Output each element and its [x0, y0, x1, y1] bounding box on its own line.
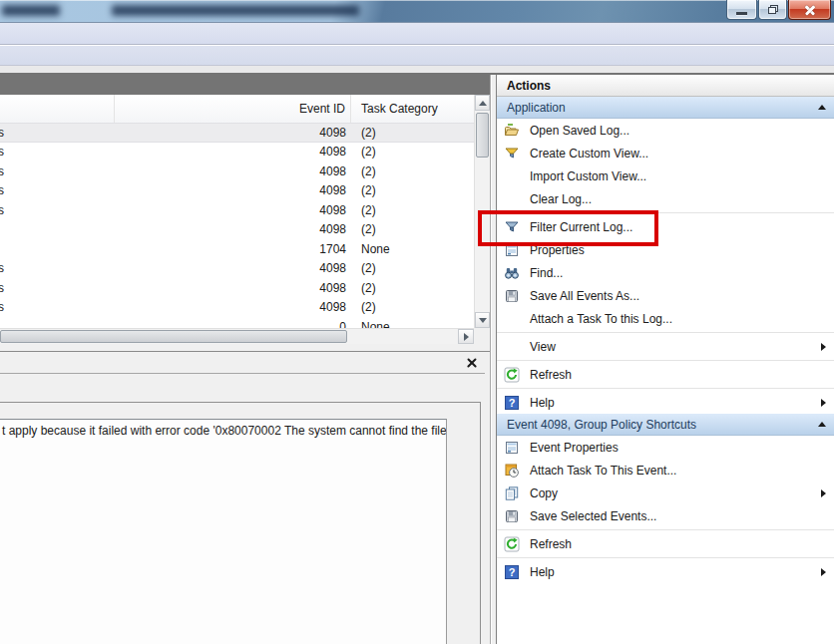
arrow-down-icon — [479, 318, 487, 323]
table-row[interactable]: s4098(2) — [0, 143, 474, 162]
action-item-view[interactable]: View — [497, 335, 834, 358]
submenu-arrow-icon — [821, 343, 826, 351]
column-header-label: Task Category — [361, 102, 438, 116]
empty-icon-slot — [504, 311, 520, 327]
minimize-icon — [736, 12, 747, 15]
horizontal-scrollbar[interactable] — [0, 328, 474, 344]
action-item-save-all-events-as[interactable]: Save All Events As... — [497, 284, 834, 307]
scroll-right-button[interactable] — [458, 329, 474, 344]
cell-event-id: 4098 — [115, 164, 351, 178]
column-header-blank[interactable] — [0, 95, 115, 123]
cell-task-category: (2) — [351, 281, 474, 295]
action-group-header-application[interactable]: Application — [497, 97, 834, 119]
action-item-create-custom-view[interactable]: Create Custom View... — [497, 142, 834, 164]
event-list-rows: s4098(2)s4098(2)s4098(2)s4098(2)s4098(2)… — [0, 123, 474, 328]
action-group-header-event[interactable]: Event 4098, Group Policy Shortcuts — [497, 414, 834, 436]
action-item-refresh[interactable]: Refresh — [497, 532, 834, 555]
action-item-clear-log[interactable]: Clear Log... — [497, 187, 834, 210]
title-bar — [0, 0, 834, 22]
action-item-label: Help — [530, 396, 555, 410]
minimize-button[interactable] — [726, 0, 757, 20]
cell-task-category: (2) — [351, 145, 474, 159]
collapse-icon — [818, 105, 826, 110]
action-item-refresh[interactable]: Refresh — [497, 363, 834, 386]
table-row[interactable]: s4098(2) — [0, 278, 474, 298]
actions-body: ApplicationOpen Saved Log...Create Custo… — [497, 97, 834, 583]
task-clock-icon — [504, 463, 520, 479]
svg-text:?: ? — [509, 566, 516, 578]
table-row[interactable]: 4098(2) — [0, 220, 474, 240]
table-row[interactable]: s4098(2) — [0, 298, 474, 318]
action-item-label: Copy — [530, 486, 558, 500]
cell-task-category: (2) — [351, 300, 474, 314]
separator — [497, 386, 834, 391]
action-item-import-custom-view[interactable]: Import Custom View... — [497, 164, 834, 187]
action-item-label: Open Saved Log... — [530, 124, 629, 138]
scroll-up-button[interactable] — [475, 95, 490, 111]
action-item-label: Event Properties — [530, 441, 619, 455]
separator — [497, 527, 834, 532]
column-header-task-category[interactable]: Task Category — [351, 95, 474, 123]
cell-event-id: 4098 — [115, 126, 351, 140]
column-header-event-id[interactable]: Event ID — [115, 95, 351, 123]
action-item-find[interactable]: Find... — [497, 261, 834, 284]
table-row[interactable]: 1704None — [0, 239, 474, 259]
cell-source-fragment: s — [0, 145, 115, 159]
cell-event-id: 4098 — [115, 145, 351, 159]
divider — [0, 373, 485, 374]
cell-task-category: (2) — [351, 183, 474, 197]
blurred-title-text — [112, 5, 359, 16]
horizontal-scroll-thumb[interactable] — [0, 330, 347, 343]
table-row[interactable]: s4098(2) — [0, 181, 474, 201]
event-message-text: t apply because it failed with error cod… — [2, 424, 447, 438]
action-item-open-saved-log[interactable]: Open Saved Log... — [497, 119, 834, 142]
cell-event-id: 4098 — [115, 281, 351, 295]
floppy-icon — [504, 508, 520, 524]
cell-source-fragment: s — [0, 126, 115, 140]
action-item-label: Save Selected Events... — [530, 509, 656, 523]
action-item-attach-task-to-this-event[interactable]: Attach Task To This Event... — [497, 459, 834, 482]
action-item-label: Filter Current Log... — [530, 220, 632, 234]
cell-source-fragment: s — [0, 164, 115, 178]
action-item-help[interactable]: ?Help — [497, 391, 834, 414]
table-row[interactable]: s4098(2) — [0, 123, 474, 143]
action-item-label: Properties — [530, 243, 585, 257]
open-folder-icon — [504, 123, 520, 139]
table-row[interactable]: 0None — [0, 317, 474, 328]
action-item-copy[interactable]: Copy — [497, 482, 834, 504]
window-controls — [725, 0, 831, 20]
action-item-filter-current-log[interactable]: Filter Current Log... — [497, 215, 834, 238]
cell-task-category: (2) — [351, 203, 474, 217]
action-item-properties[interactable]: Properties — [497, 238, 834, 261]
table-row[interactable]: s4098(2) — [0, 259, 474, 279]
floppy-icon — [504, 288, 520, 304]
restore-button[interactable] — [758, 0, 787, 20]
event-list-header: Event IDTask Category — [0, 95, 474, 124]
blurred-title-text — [2, 5, 60, 16]
action-item-event-properties[interactable]: Event Properties — [497, 436, 834, 459]
event-message-box: t apply because it failed with error cod… — [0, 419, 447, 644]
vertical-scroll-thumb[interactable] — [476, 113, 489, 158]
action-item-label: Attach a Task To this Log... — [530, 312, 672, 326]
close-button[interactable] — [788, 0, 831, 20]
close-preview-button[interactable] — [464, 356, 480, 370]
action-item-help[interactable]: ?Help — [497, 560, 834, 583]
cell-event-id: 4098 — [115, 261, 351, 275]
vertical-scrollbar[interactable] — [474, 95, 490, 328]
scroll-down-button[interactable] — [475, 312, 490, 328]
separator — [497, 210, 834, 215]
action-item-label: Attach Task To This Event... — [530, 464, 676, 478]
action-item-attach-a-task-to-this-log[interactable]: Attach a Task To this Log... — [497, 307, 834, 330]
submenu-arrow-icon — [821, 399, 826, 407]
spacer — [0, 344, 490, 351]
console-background — [0, 75, 490, 95]
toolbar — [0, 46, 834, 65]
action-item-save-selected-events[interactable]: Save Selected Events... — [497, 504, 834, 527]
help-icon: ? — [504, 395, 520, 411]
event-preview-pane: t apply because it failed with error cod… — [0, 351, 490, 644]
event-list-pane: Event IDTask Category s4098(2)s4098(2)s4… — [0, 95, 490, 344]
menu-bar — [0, 23, 834, 44]
table-row[interactable]: s4098(2) — [0, 200, 474, 220]
table-row[interactable]: s4098(2) — [0, 161, 474, 181]
properties-icon — [504, 440, 520, 456]
